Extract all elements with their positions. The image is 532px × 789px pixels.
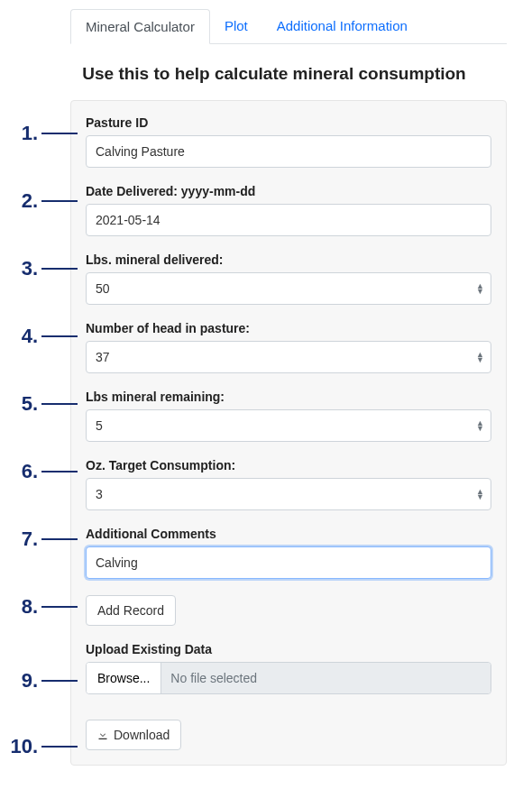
callout-number: 4. xyxy=(0,325,38,348)
target-consumption-input[interactable] xyxy=(86,478,491,510)
mineral-delivered-label: Lbs. mineral delivered: xyxy=(86,252,491,267)
download-button-label: Download xyxy=(114,728,170,742)
callout-number: 3. xyxy=(0,257,38,280)
comments-label: Additional Comments xyxy=(86,527,491,541)
callout: 10. xyxy=(0,735,78,758)
mineral-remaining-input[interactable] xyxy=(86,409,491,442)
callout: 1. xyxy=(0,122,78,145)
callout-number: 2. xyxy=(0,189,38,213)
callout-number: 6. xyxy=(0,460,38,483)
page-heading: Use this to help calculate mineral consu… xyxy=(70,64,478,84)
callout: 3. xyxy=(0,257,78,280)
download-icon xyxy=(97,729,108,740)
date-delivered-label: Date Delivered: yyyy-mm-dd xyxy=(86,184,491,198)
upload-label: Upload Existing Data xyxy=(86,642,491,656)
callout: 2. xyxy=(0,189,78,213)
form-panel: Pasture ID Date Delivered: yyyy-mm-dd Lb… xyxy=(70,100,507,766)
callout-number: 10. xyxy=(0,735,38,758)
browse-button[interactable]: Browse... xyxy=(87,663,161,693)
comments-input[interactable] xyxy=(86,546,491,579)
file-status-text: No file selected xyxy=(161,663,491,693)
callout-number: 7. xyxy=(0,528,38,551)
pasture-id-label: Pasture ID xyxy=(86,115,491,130)
callout-number: 8. xyxy=(0,595,38,619)
callout: 7. xyxy=(0,528,78,551)
target-consumption-label: Oz. Target Consumption: xyxy=(86,458,491,472)
head-count-label: Number of head in pasture: xyxy=(86,321,491,335)
tab-mineral-calculator[interactable]: Mineral Calculator xyxy=(70,9,210,44)
mineral-delivered-input[interactable] xyxy=(86,272,491,305)
tab-plot[interactable]: Plot xyxy=(210,9,262,43)
download-button[interactable]: Download xyxy=(86,720,181,750)
file-input-row: Browse... No file selected xyxy=(86,662,491,694)
callout: 6. xyxy=(0,460,78,483)
add-record-button[interactable]: Add Record xyxy=(86,595,176,626)
callout-number: 9. xyxy=(0,669,38,693)
callout-number: 5. xyxy=(0,392,38,416)
tab-additional-information[interactable]: Additional Information xyxy=(262,9,422,43)
callout-number: 1. xyxy=(0,122,38,145)
callout: 4. xyxy=(0,325,78,348)
mineral-remaining-label: Lbs mineral remaining: xyxy=(86,390,491,404)
pasture-id-input[interactable] xyxy=(86,135,491,168)
callout: 9. xyxy=(0,669,78,693)
callout: 8. xyxy=(0,595,78,619)
date-delivered-input[interactable] xyxy=(86,204,491,236)
tabs: Mineral Calculator Plot Additional Infor… xyxy=(70,9,507,44)
callout: 5. xyxy=(0,392,78,416)
head-count-input[interactable] xyxy=(86,341,491,373)
